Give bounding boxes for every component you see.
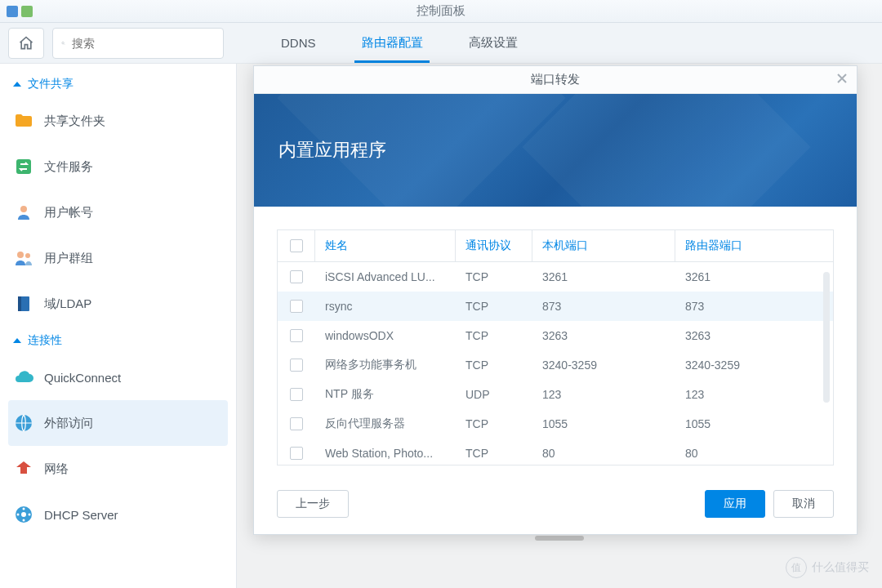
scrollbar[interactable] — [823, 272, 830, 403]
sidebar-item-label: 文件服务 — [44, 159, 93, 175]
home-button[interactable] — [8, 28, 44, 59]
sidebar-item-label: 用户帐号 — [44, 205, 93, 220]
tab-advanced[interactable]: 高级设置 — [446, 23, 541, 63]
sidebar-item-network[interactable]: 网络 — [8, 446, 228, 492]
row-checkbox-cell[interactable] — [278, 388, 315, 401]
svg-rect-7 — [18, 296, 21, 311]
cancel-button[interactable]: 取消 — [773, 490, 834, 518]
tab-ddns[interactable]: DDNS — [258, 23, 339, 63]
table-row[interactable]: NTP 服务UDP123123 — [278, 380, 833, 409]
watermark: 值 什么值得买 — [786, 557, 869, 578]
taskbar-icon[interactable] — [21, 6, 33, 17]
cell-router-port: 80 — [675, 447, 833, 460]
tabs: DDNS 路由器配置 高级设置 — [258, 23, 541, 63]
user-icon — [13, 202, 34, 223]
cell-local-port: 80 — [532, 447, 675, 460]
table-row[interactable]: 反向代理服务器TCP10551055 — [278, 409, 833, 439]
content-area: 端口转发 内置应用程序 姓名 通讯协议 本机端口 路由器端口 — [237, 64, 882, 588]
chevron-up-icon — [13, 82, 21, 87]
cell-protocol: TCP — [456, 359, 532, 372]
dhcp-icon — [13, 504, 34, 525]
modal-body: 姓名 通讯协议 本机端口 路由器端口 iSCSI Advanced LU...T… — [254, 207, 857, 479]
cell-local-port: 3240-3259 — [532, 359, 675, 372]
cell-protocol: TCP — [456, 329, 532, 342]
sidebar-item-ldap[interactable]: 域/LDAP — [8, 281, 228, 327]
checkbox[interactable] — [290, 359, 303, 372]
sidebar-item-group[interactable]: 用户群组 — [8, 235, 228, 281]
svg-point-0 — [62, 42, 65, 44]
section-file-sharing[interactable]: 文件共享 — [8, 70, 228, 98]
home-icon — [18, 35, 34, 51]
checkbox[interactable] — [290, 447, 303, 460]
svg-point-5 — [25, 253, 30, 258]
cell-protocol: TCP — [456, 270, 532, 283]
sidebar-item-user[interactable]: 用户帐号 — [8, 189, 228, 235]
sidebar-item-dhcp[interactable]: DHCP Server — [8, 492, 228, 537]
svg-line-1 — [64, 43, 65, 44]
modal-buttons: 上一步 应用 取消 — [254, 479, 857, 534]
section-connectivity[interactable]: 连接性 — [8, 327, 228, 354]
row-checkbox-cell[interactable] — [278, 417, 315, 430]
search-box[interactable] — [52, 28, 224, 59]
sidebar-item-label: 外部访问 — [44, 416, 93, 431]
cell-name: windowsODX — [315, 329, 456, 342]
topbar: DDNS 路由器配置 高级设置 — [0, 23, 882, 64]
window-title: 控制面板 — [416, 3, 466, 19]
cell-router-port: 123 — [675, 388, 833, 401]
column-name[interactable]: 姓名 — [315, 230, 456, 261]
table-row[interactable]: 网络多功能事务机TCP3240-32593240-3259 — [278, 350, 833, 380]
taskbar-icon[interactable] — [7, 6, 18, 17]
cell-router-port: 1055 — [675, 417, 833, 430]
table-row[interactable]: rsyncTCP873873 — [278, 292, 833, 321]
cell-local-port: 3263 — [532, 329, 675, 342]
sidebar-item-file-services[interactable]: 文件服务 — [8, 144, 228, 189]
sidebar-item-label: DHCP Server — [44, 508, 118, 522]
sidebar-item-shared-folder[interactable]: 共享文件夹 — [8, 98, 228, 144]
checkbox[interactable] — [290, 417, 303, 430]
apply-button[interactable]: 应用 — [705, 490, 765, 518]
tab-router-config[interactable]: 路由器配置 — [339, 23, 446, 63]
banner-title: 内置应用程序 — [278, 138, 386, 163]
svg-point-4 — [17, 252, 24, 258]
checkbox[interactable] — [290, 270, 303, 283]
sidebar-item-quickconnect[interactable]: QuickConnect — [8, 354, 228, 400]
svg-point-12 — [29, 514, 31, 516]
sidebar-item-external-access[interactable]: 外部访问 — [8, 400, 228, 446]
row-checkbox-cell[interactable] — [278, 300, 315, 313]
column-local-port[interactable]: 本机端口 — [532, 230, 675, 261]
close-button[interactable] — [835, 72, 849, 87]
cell-protocol: UDP — [456, 388, 532, 401]
checkbox[interactable] — [290, 329, 303, 342]
cloud-icon — [13, 367, 34, 388]
table-header: 姓名 通讯协议 本机端口 路由器端口 — [278, 230, 833, 262]
network-icon — [13, 458, 34, 479]
row-checkbox-cell[interactable] — [278, 359, 315, 372]
table-body: iSCSI Advanced LU...TCP32613261rsyncTCP8… — [278, 262, 833, 465]
select-all-column[interactable] — [278, 230, 315, 261]
search-icon — [61, 37, 65, 50]
sidebar-item-label: 网络 — [44, 461, 69, 477]
modal-title-text: 端口转发 — [531, 72, 580, 87]
table-row[interactable]: iSCSI Advanced LU...TCP32613261 — [278, 262, 833, 292]
table-row[interactable]: windowsODXTCP32633263 — [278, 321, 833, 350]
sidebar: 文件共享 共享文件夹 文件服务 用户帐号 用户群组 域/LDAP 连接性 Q — [0, 64, 237, 588]
table-row[interactable]: Web Station, Photo...TCP8080 — [278, 439, 833, 465]
svg-point-13 — [23, 519, 25, 522]
search-input[interactable] — [72, 37, 215, 50]
row-checkbox-cell[interactable] — [278, 329, 315, 342]
row-checkbox-cell[interactable] — [278, 270, 315, 283]
row-checkbox-cell[interactable] — [278, 447, 315, 460]
checkbox[interactable] — [290, 300, 303, 313]
globe-icon — [13, 412, 34, 434]
prev-button[interactable]: 上一步 — [277, 490, 349, 518]
checkbox[interactable] — [290, 239, 303, 252]
column-router-port[interactable]: 路由器端口 — [675, 230, 833, 261]
checkbox[interactable] — [290, 388, 303, 401]
column-protocol[interactable]: 通讯协议 — [456, 230, 532, 261]
cell-local-port: 873 — [532, 300, 675, 313]
sidebar-item-label: 域/LDAP — [44, 296, 91, 312]
svg-point-10 — [21, 512, 26, 517]
sidebar-item-label: QuickConnect — [44, 371, 121, 385]
cell-local-port: 1055 — [532, 417, 675, 430]
svg-rect-2 — [16, 159, 31, 174]
